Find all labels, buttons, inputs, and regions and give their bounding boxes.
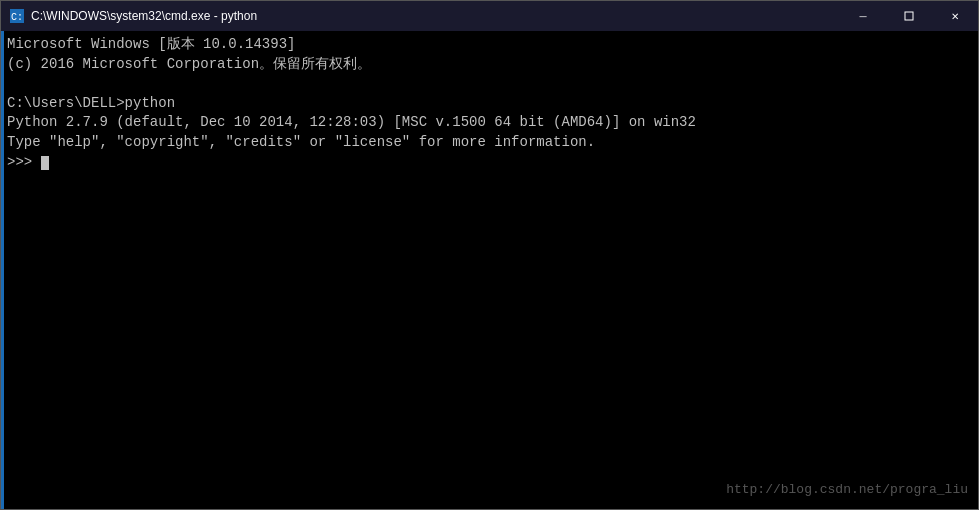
- console-output[interactable]: Microsoft Windows [版本 10.0.14393] (c) 20…: [1, 31, 978, 509]
- svg-rect-2: [905, 12, 913, 20]
- minimize-button[interactable]: ─: [840, 1, 886, 31]
- console-line-3: [7, 74, 972, 94]
- svg-text:C:: C:: [11, 12, 23, 23]
- cursor: [41, 156, 49, 170]
- maximize-button[interactable]: [886, 1, 932, 31]
- console-line-2: (c) 2016 Microsoft Corporation。保留所有权利。: [7, 55, 972, 75]
- console-line-5: Python 2.7.9 (default, Dec 10 2014, 12:2…: [7, 113, 972, 133]
- cmd-icon: C:: [9, 8, 25, 24]
- console-line-1: Microsoft Windows [版本 10.0.14393]: [7, 35, 972, 55]
- prompt: >>>: [7, 154, 41, 170]
- watermark: http://blog.csdn.net/progra_liu: [726, 481, 968, 499]
- console-line-7: >>>: [7, 153, 972, 173]
- window-controls: ─ ✕: [840, 1, 978, 31]
- left-accent: [1, 31, 4, 509]
- console-line-4: C:\Users\DELL>python: [7, 94, 972, 114]
- window-title: C:\WINDOWS\system32\cmd.exe - python: [31, 9, 970, 23]
- title-bar: C: C:\WINDOWS\system32\cmd.exe - python …: [1, 1, 978, 31]
- console-line-6: Type "help", "copyright", "credits" or "…: [7, 133, 972, 153]
- close-button[interactable]: ✕: [932, 1, 978, 31]
- cmd-window: C: C:\WINDOWS\system32\cmd.exe - python …: [0, 0, 979, 510]
